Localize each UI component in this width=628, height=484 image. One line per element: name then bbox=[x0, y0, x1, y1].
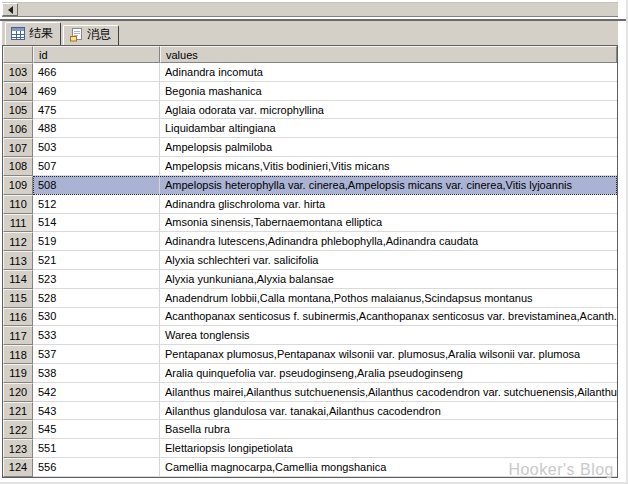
row-number-cell[interactable]: 122 bbox=[3, 420, 33, 439]
row-number-cell[interactable]: 103 bbox=[3, 63, 33, 82]
values-cell[interactable]: Alyxia schlechteri var. salicifolia bbox=[160, 251, 617, 270]
column-header-values[interactable]: values bbox=[160, 46, 617, 63]
id-cell[interactable]: 551 bbox=[33, 439, 160, 458]
results-grid: id values 103 466 Adinandra incomuta 104… bbox=[2, 45, 618, 478]
table-row: 105 475 Aglaia odorata var. microphyllin… bbox=[3, 101, 617, 120]
id-cell[interactable]: 556 bbox=[33, 458, 160, 477]
row-number-cell[interactable]: 117 bbox=[3, 326, 33, 345]
values-cell[interactable]: Alyxia yunkuniana,Alyxia balansae bbox=[160, 270, 617, 289]
row-number-cell[interactable]: 113 bbox=[3, 251, 33, 270]
id-cell[interactable]: 542 bbox=[33, 383, 160, 402]
row-number-cell[interactable]: 110 bbox=[3, 195, 33, 214]
row-cells: 543 Ailanthus glandulosa var. tanakai,Ai… bbox=[33, 402, 617, 421]
row-number-cell[interactable]: 114 bbox=[3, 270, 33, 289]
row-number-cell[interactable]: 104 bbox=[3, 82, 33, 101]
results-grid-icon bbox=[11, 27, 25, 40]
row-number-cell[interactable]: 121 bbox=[3, 402, 33, 421]
left-triangle-icon bbox=[8, 6, 13, 14]
values-cell[interactable]: Ampelopsis micans,Vitis bodinieri,Vitis … bbox=[160, 157, 617, 176]
id-cell[interactable]: 537 bbox=[33, 345, 160, 364]
row-number-cell[interactable]: 119 bbox=[3, 364, 33, 383]
table-row: 119 538 Aralia quinquefolia var. pseudog… bbox=[3, 364, 617, 383]
values-cell[interactable]: Elettariopsis longipetiolata bbox=[160, 439, 617, 458]
select-all-corner-cell[interactable] bbox=[3, 46, 33, 63]
id-cell[interactable]: 538 bbox=[33, 364, 160, 383]
values-cell[interactable]: Anadendrum lobbii,Calla montana,Pothos m… bbox=[160, 289, 617, 308]
row-number-cell[interactable]: 108 bbox=[3, 157, 33, 176]
id-cell[interactable]: 514 bbox=[33, 214, 160, 233]
table-row: 104 469 Begonia mashanica bbox=[3, 82, 617, 101]
tab-messages[interactable]: 消息 bbox=[63, 25, 119, 45]
row-cells: 545 Basella rubra bbox=[33, 420, 617, 439]
id-cell[interactable]: 512 bbox=[33, 195, 160, 214]
row-number-cell[interactable]: 112 bbox=[3, 232, 33, 251]
values-cell[interactable]: Warea tonglensis bbox=[160, 326, 617, 345]
id-cell[interactable]: 528 bbox=[33, 289, 160, 308]
tab-results-label: 结果 bbox=[29, 25, 53, 42]
column-header-id[interactable]: id bbox=[33, 46, 160, 63]
row-number-cell[interactable]: 107 bbox=[3, 138, 33, 157]
values-cell[interactable]: Basella rubra bbox=[160, 420, 617, 439]
id-cell[interactable]: 530 bbox=[33, 308, 160, 327]
row-number-cell[interactable]: 109 bbox=[3, 176, 33, 195]
horizontal-scrollbar[interactable] bbox=[2, 2, 618, 17]
row-cells: 507 Ampelopsis micans,Vitis bodinieri,Vi… bbox=[33, 157, 617, 176]
id-cell[interactable]: 503 bbox=[33, 138, 160, 157]
scroll-left-button[interactable] bbox=[2, 3, 18, 16]
row-cells: 475 Aglaia odorata var. microphyllina bbox=[33, 101, 617, 120]
id-cell[interactable]: 523 bbox=[33, 270, 160, 289]
id-cell[interactable]: 543 bbox=[33, 402, 160, 421]
table-row: 114 523 Alyxia yunkuniana,Alyxia balansa… bbox=[3, 270, 617, 289]
id-cell[interactable]: 507 bbox=[33, 157, 160, 176]
row-number-cell[interactable]: 120 bbox=[3, 383, 33, 402]
values-cell[interactable]: Adinandra incomuta bbox=[160, 63, 617, 82]
scrollbar-track[interactable] bbox=[18, 3, 618, 16]
table-row: 108 507 Ampelopsis micans,Vitis bodinier… bbox=[3, 157, 617, 176]
id-cell[interactable]: 488 bbox=[33, 119, 160, 138]
values-cell[interactable]: Aralia quinquefolia var. pseudoginseng,A… bbox=[160, 364, 617, 383]
row-number-cell[interactable]: 115 bbox=[3, 289, 33, 308]
id-cell[interactable]: 545 bbox=[33, 420, 160, 439]
table-row: 112 519 Adinandra lutescens,Adinandra ph… bbox=[3, 232, 617, 251]
values-cell[interactable]: Liquidambar altingiana bbox=[160, 119, 617, 138]
row-number-cell[interactable]: 124 bbox=[3, 458, 33, 477]
values-cell[interactable]: Amsonia sinensis,Tabernaemontana ellipti… bbox=[160, 214, 617, 233]
values-cell[interactable]: Aglaia odorata var. microphyllina bbox=[160, 101, 617, 120]
table-row: 122 545 Basella rubra bbox=[3, 420, 617, 439]
values-cell[interactable]: Ailanthus glandulosa var. tanakai,Ailant… bbox=[160, 402, 617, 421]
id-cell[interactable]: 475 bbox=[33, 101, 160, 120]
row-number-cell[interactable]: 123 bbox=[3, 439, 33, 458]
values-cell[interactable]: Acanthopanax senticosus f. subinermis,Ac… bbox=[160, 308, 617, 327]
values-cell[interactable]: Ampelopsis palmiloba bbox=[160, 138, 617, 157]
id-cell[interactable]: 533 bbox=[33, 326, 160, 345]
row-cells: 512 Adinandra glischroloma var. hirta bbox=[33, 195, 617, 214]
messages-icon bbox=[69, 28, 83, 42]
id-cell[interactable]: 521 bbox=[33, 251, 160, 270]
values-cell[interactable]: Adinandra glischroloma var. hirta bbox=[160, 195, 617, 214]
table-row: 113 521 Alyxia schlechteri var. salicifo… bbox=[3, 251, 617, 270]
id-cell[interactable]: 466 bbox=[33, 63, 160, 82]
tab-results[interactable]: 结果 bbox=[5, 22, 61, 45]
row-cells: 508 Ampelopsis heterophylla var. cinerea… bbox=[33, 176, 617, 195]
table-row: 109 508 Ampelopsis heterophylla var. cin… bbox=[3, 176, 617, 195]
values-cell[interactable]: Camellia magnocarpa,Camellia mongshanica bbox=[160, 458, 617, 477]
values-cell[interactable]: Begonia mashanica bbox=[160, 82, 617, 101]
values-cell[interactable]: Ailanthus mairei,Ailanthus sutchuenensis… bbox=[160, 383, 617, 402]
values-cell[interactable]: Pentapanax plumosus,Pentapanax wilsonii … bbox=[160, 345, 617, 364]
table-row: 107 503 Ampelopsis palmiloba bbox=[3, 138, 617, 157]
row-number-cell[interactable]: 111 bbox=[3, 214, 33, 233]
row-number-cell[interactable]: 118 bbox=[3, 345, 33, 364]
values-cell[interactable]: Adinandra lutescens,Adinandra phlebophyl… bbox=[160, 232, 617, 251]
values-cell[interactable]: Ampelopsis heterophylla var. cinerea,Amp… bbox=[160, 176, 617, 195]
row-number-cell[interactable]: 105 bbox=[3, 101, 33, 120]
id-cell[interactable]: 469 bbox=[33, 82, 160, 101]
row-cells: 556 Camellia magnocarpa,Camellia mongsha… bbox=[33, 458, 617, 477]
row-number-cell[interactable]: 116 bbox=[3, 308, 33, 327]
table-row: 120 542 Ailanthus mairei,Ailanthus sutch… bbox=[3, 383, 617, 402]
id-cell[interactable]: 508 bbox=[33, 176, 160, 195]
row-number-cell[interactable]: 106 bbox=[3, 119, 33, 138]
table-row: 103 466 Adinandra incomuta bbox=[3, 63, 617, 82]
id-cell[interactable]: 519 bbox=[33, 232, 160, 251]
table-row: 115 528 Anadendrum lobbii,Calla montana,… bbox=[3, 289, 617, 308]
table-row: 110 512 Adinandra glischroloma var. hirt… bbox=[3, 195, 617, 214]
